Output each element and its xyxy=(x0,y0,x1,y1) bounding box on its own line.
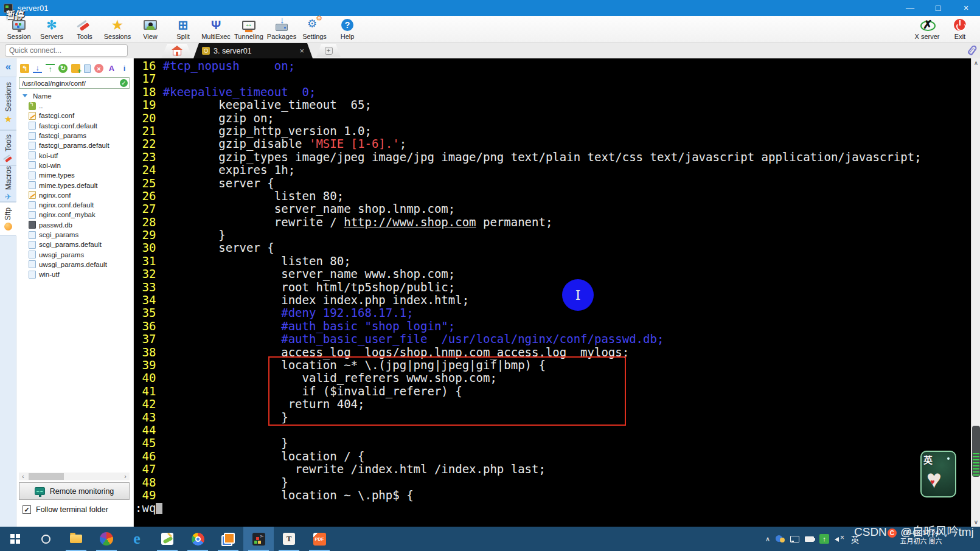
scroll-up-icon[interactable]: ∧ xyxy=(971,60,980,66)
file-row-win-utf[interactable]: win-utf xyxy=(19,269,131,279)
scroll-right-icon[interactable]: › xyxy=(121,473,130,480)
file-row-koi-utf[interactable]: koi-utf xyxy=(19,150,131,160)
volume-muted-icon[interactable] xyxy=(835,535,846,542)
file-row-fastcgi.conf[interactable]: fastcgi.conf xyxy=(19,111,131,120)
toolbar-item-view[interactable]: View xyxy=(134,16,167,43)
info-icon[interactable]: i xyxy=(120,64,129,73)
taskbar-app-cortana[interactable] xyxy=(30,527,61,551)
scroll-left-icon[interactable]: ‹ xyxy=(19,473,27,480)
file-row-scgi-params.default[interactable]: scgi_params.default xyxy=(19,240,131,249)
file-name: fastcgi.conf.default xyxy=(39,122,97,130)
file-name: scgi_params xyxy=(39,231,78,238)
file-row-mime.types[interactable]: mime.types xyxy=(19,170,131,180)
sidebar-tab-sessions[interactable]: Sessions★ xyxy=(0,77,16,130)
tab-close-icon[interactable]: × xyxy=(299,46,304,55)
terminal-scrollbar-thumb[interactable] xyxy=(972,426,980,477)
tab-home[interactable] xyxy=(161,44,193,58)
remote-monitoring-button[interactable]: Remote monitoring xyxy=(19,482,130,500)
rename-icon[interactable]: A xyxy=(107,64,116,73)
updater-icon[interactable]: ↑ xyxy=(819,534,829,544)
terminal-scrollbar[interactable]: ∧ ∨ xyxy=(971,58,980,527)
toolbar-item-tools[interactable]: Tools xyxy=(68,16,101,43)
network-display-icon[interactable] xyxy=(790,536,799,542)
toolbar-item-sessions[interactable]: ★Sessions xyxy=(101,16,134,43)
file-row-nginx.conf[interactable]: nginx.conf xyxy=(19,190,131,200)
new-folder-icon[interactable] xyxy=(71,64,80,73)
folder-up-icon[interactable]: ↰ xyxy=(20,64,29,73)
file-row-koi-win[interactable]: koi-win xyxy=(19,161,131,170)
taskbar-app-notepadpp[interactable] xyxy=(152,527,182,551)
file-row-mime.types.default[interactable]: mime.types.default xyxy=(19,180,131,190)
new-tab-button[interactable]: + xyxy=(316,44,341,57)
delete-icon[interactable]: × xyxy=(94,64,103,73)
file-row-passwd.db[interactable]: passwd.db xyxy=(19,220,131,230)
quick-connect-input[interactable] xyxy=(5,44,128,57)
toolbar-item-settings[interactable]: Settings xyxy=(298,16,331,43)
file-row-..[interactable]: .. xyxy=(19,101,131,111)
file-row-uwsgi-params[interactable]: uwsgi_params xyxy=(19,249,131,259)
file-row-fastcgi.conf.default[interactable]: fastcgi.conf.default xyxy=(19,121,131,131)
scroll-down-icon[interactable]: ∨ xyxy=(971,519,980,525)
scrollbar-thumb[interactable] xyxy=(29,473,64,480)
file-row-nginx.conf-mybak[interactable]: nginx.conf_mybak xyxy=(19,210,131,220)
toolbar-item-label: Tools xyxy=(77,33,92,40)
toolbar-item-tunneling[interactable]: Tunneling xyxy=(232,16,265,43)
toolbar-item-packages[interactable]: Packages xyxy=(265,16,298,43)
language-indicator[interactable]: 英 xyxy=(851,533,859,545)
sidebar-tab-label: Tools xyxy=(4,134,13,151)
upload-icon[interactable]: ↑ xyxy=(46,64,55,73)
close-button[interactable]: × xyxy=(952,0,980,16)
terminal-line: 23 gzip_types image/jpeg image/jpg image… xyxy=(135,151,922,164)
collapse-sidebar-button[interactable]: « xyxy=(0,58,16,77)
path-ok-icon[interactable]: ✓ xyxy=(120,79,128,87)
taskbar-app-edge[interactable]: e xyxy=(122,527,152,551)
paper-plane-icon: ✈ xyxy=(5,192,12,201)
minimize-button[interactable]: — xyxy=(896,0,924,16)
view-icon xyxy=(144,20,157,30)
toolbar-item-x-server[interactable]: X server xyxy=(911,16,944,43)
sidebar-tab-macros[interactable]: Macros✈ xyxy=(0,165,16,202)
taskbar-app-pdf[interactable]: PDF xyxy=(304,527,335,551)
file-list-header[interactable]: Name xyxy=(19,91,130,100)
tray-chevron-up-icon[interactable]: ∧ xyxy=(765,535,770,543)
toolbar-item-exit[interactable]: Exit xyxy=(944,16,976,43)
refresh-icon[interactable]: ↻ xyxy=(58,64,68,73)
toolbar-item-servers[interactable]: ✻Servers xyxy=(35,16,68,43)
taskbar-app-chrome[interactable] xyxy=(182,527,213,551)
download-icon[interactable]: ↓ xyxy=(33,64,42,73)
taskbar-app-pinwheel[interactable] xyxy=(91,527,122,551)
sftp-path-input[interactable] xyxy=(19,80,120,87)
file-row-uwsgi-params.default[interactable]: uwsgi_params.default xyxy=(19,260,131,269)
file-row-nginx.conf.default[interactable]: nginx.conf.default xyxy=(19,200,131,210)
start-button[interactable] xyxy=(0,527,30,551)
sidebar-horizontal-scrollbar[interactable]: ‹ › xyxy=(19,473,130,480)
taskbar-app-typora[interactable]: T xyxy=(274,527,304,551)
cloud-sync-icon[interactable] xyxy=(776,535,785,542)
battery-icon[interactable] xyxy=(805,536,814,542)
sticker-sparkle xyxy=(947,457,950,460)
toolbar-item-help[interactable]: ?Help xyxy=(331,16,364,43)
file-row-scgi-params[interactable]: scgi_params xyxy=(19,230,131,240)
taskbar-app-mobaxterm[interactable] xyxy=(243,527,274,551)
terminal-line: 26 listen 80; xyxy=(135,190,922,203)
tab-server01[interactable]: 3. server01 × xyxy=(193,43,313,58)
toolbar-item-multiexec[interactable]: ΨMultiExec xyxy=(200,16,232,43)
taskbar-clock[interactable]: 06-08 17:24 五月初六 周六 xyxy=(893,528,949,546)
paperclip-icon[interactable] xyxy=(967,44,978,56)
terminal-line: 47 rewrite /index.html /index.php last; xyxy=(135,463,922,476)
sidebar-tab-sftp[interactable]: Sftp xyxy=(0,202,16,236)
follow-terminal-checkbox[interactable]: ✓ xyxy=(23,505,31,514)
taskbar-app-vmware[interactable] xyxy=(213,527,243,551)
toolbar-item-label: Tunneling xyxy=(234,33,263,40)
sidebar-tab-tools[interactable]: Tools xyxy=(0,130,16,165)
windows-taskbar: eTPDF ∧ ↑ 英 06-08 17:24 五月初六 周六 CSDNC @自… xyxy=(0,527,980,551)
toolbar-item-split[interactable]: ⊞Split xyxy=(167,16,200,43)
new-file-icon[interactable] xyxy=(84,64,91,73)
file-row-fastcgi-params.default[interactable]: fastcgi_params.default xyxy=(19,140,131,150)
maximize-button[interactable]: □ xyxy=(924,0,952,16)
taskbar-app-explorer[interactable] xyxy=(61,527,91,551)
star-icon: ★ xyxy=(112,19,123,31)
exit-power-icon xyxy=(954,19,966,31)
file-row-fastcgi-params[interactable]: fastcgi_params xyxy=(19,131,131,140)
terminal[interactable]: 16 #tcp_nopush on; 17 18 #keepalive_time… xyxy=(134,58,971,527)
